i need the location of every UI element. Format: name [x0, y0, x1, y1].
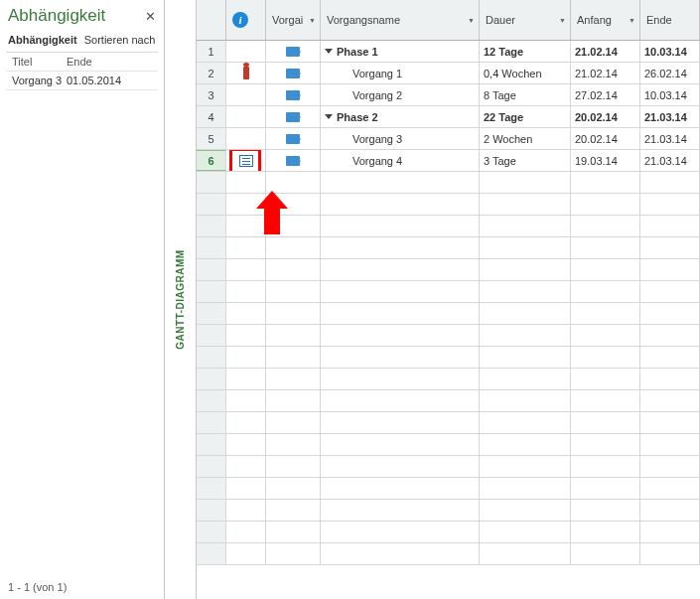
task-name-cell[interactable]: Vorgang 4 — [321, 150, 480, 171]
task-mode-cell[interactable] — [266, 128, 321, 149]
duration-cell[interactable] — [480, 390, 571, 411]
task-mode-cell[interactable] — [266, 172, 321, 193]
duration-cell[interactable]: 8 Tage — [480, 84, 571, 105]
row-number[interactable] — [197, 478, 226, 499]
end-cell[interactable]: 10.03.14 — [640, 41, 700, 62]
task-mode-cell[interactable] — [266, 259, 321, 280]
row-number[interactable] — [197, 172, 226, 193]
table-row[interactable] — [197, 522, 700, 543]
row-number[interactable] — [197, 369, 226, 389]
start-cell[interactable] — [571, 347, 640, 368]
end-cell[interactable] — [640, 325, 700, 346]
notes-indicator[interactable] — [232, 150, 260, 171]
row-number[interactable] — [197, 281, 226, 302]
row-number[interactable]: 5 — [197, 128, 226, 149]
end-cell[interactable] — [640, 172, 700, 193]
task-name-cell[interactable] — [321, 412, 480, 433]
sort-label[interactable]: Sortieren nach — [84, 34, 156, 46]
task-mode-cell[interactable] — [266, 237, 321, 258]
end-cell[interactable] — [640, 259, 700, 280]
end-cell[interactable] — [640, 478, 700, 499]
start-cell[interactable]: 27.02.14 — [571, 84, 640, 105]
col-head-ende[interactable]: Ende — [640, 0, 700, 40]
row-number[interactable] — [197, 543, 226, 564]
task-name-cell[interactable] — [321, 456, 480, 477]
task-name-cell[interactable] — [321, 194, 480, 215]
duration-cell[interactable] — [480, 500, 571, 521]
task-name-cell[interactable] — [321, 369, 480, 389]
duration-cell[interactable] — [480, 434, 571, 455]
task-name-cell[interactable] — [321, 237, 480, 258]
end-cell[interactable] — [640, 281, 700, 302]
task-mode-cell[interactable] — [266, 325, 321, 346]
task-mode-cell[interactable] — [266, 434, 321, 455]
end-cell[interactable] — [640, 216, 700, 236]
table-row[interactable]: 5Vorgang 32 Wochen20.02.1421.03.14 — [197, 128, 700, 150]
row-number[interactable]: 6 — [197, 150, 226, 171]
col-head-anfang[interactable]: Anfang▼ — [571, 0, 640, 40]
task-mode-cell[interactable] — [266, 281, 321, 302]
duration-cell[interactable] — [480, 237, 571, 258]
row-number[interactable] — [197, 500, 226, 521]
task-name-cell[interactable] — [321, 347, 480, 368]
col-head-name[interactable]: Vorgangsname▼ — [321, 0, 480, 40]
task-name-cell[interactable] — [321, 500, 480, 521]
table-row[interactable]: 1Phase 112 Tage21.02.1410.03.14 — [197, 41, 700, 63]
table-row[interactable] — [197, 259, 700, 281]
end-cell[interactable] — [640, 434, 700, 455]
table-row[interactable] — [197, 369, 700, 390]
start-cell[interactable] — [571, 259, 640, 280]
start-cell[interactable] — [571, 456, 640, 477]
table-row[interactable] — [197, 194, 700, 216]
task-name-cell[interactable]: Vorgang 3 — [321, 128, 480, 149]
row-number[interactable] — [197, 259, 226, 280]
start-cell[interactable] — [571, 325, 640, 346]
task-name-cell[interactable]: Vorgang 1 — [321, 63, 480, 83]
duration-cell[interactable] — [480, 194, 571, 215]
row-number[interactable] — [197, 390, 226, 411]
task-name-cell[interactable] — [321, 390, 480, 411]
start-cell[interactable] — [571, 237, 640, 258]
task-mode-cell[interactable] — [266, 347, 321, 368]
collapse-icon[interactable] — [325, 114, 333, 119]
task-mode-cell[interactable] — [266, 412, 321, 433]
row-number[interactable]: 4 — [197, 106, 226, 127]
end-cell[interactable] — [640, 522, 700, 542]
end-cell[interactable] — [640, 412, 700, 433]
table-row[interactable]: 6Vorgang 43 Tage19.03.1421.03.14 — [197, 150, 700, 172]
task-name-cell[interactable] — [321, 543, 480, 564]
table-row[interactable]: 3Vorgang 28 Tage27.02.1410.03.14 — [197, 84, 700, 106]
table-row[interactable] — [197, 478, 700, 500]
row-number[interactable] — [197, 237, 226, 258]
task-mode-cell[interactable] — [266, 63, 321, 83]
end-cell[interactable]: 21.03.14 — [640, 150, 700, 171]
table-row[interactable] — [197, 500, 700, 522]
end-cell[interactable] — [640, 369, 700, 389]
end-cell[interactable] — [640, 543, 700, 564]
duration-cell[interactable]: 12 Tage — [480, 41, 571, 62]
list-item[interactable]: Vorgang 3 01.05.2014 — [6, 72, 158, 90]
duration-cell[interactable]: 3 Tage — [480, 150, 571, 171]
col-head-rownum[interactable] — [197, 0, 226, 40]
duration-cell[interactable] — [480, 347, 571, 368]
row-number[interactable] — [197, 456, 226, 477]
table-row[interactable] — [197, 216, 700, 237]
start-cell[interactable] — [571, 216, 640, 236]
task-mode-cell[interactable] — [266, 522, 321, 542]
end-cell[interactable] — [640, 237, 700, 258]
row-number[interactable] — [197, 216, 226, 236]
task-name-cell[interactable]: Vorgang 2 — [321, 84, 480, 105]
duration-cell[interactable]: 22 Tage — [480, 106, 571, 127]
task-name-cell[interactable] — [321, 281, 480, 302]
task-mode-cell[interactable] — [266, 369, 321, 389]
table-row[interactable] — [197, 390, 700, 412]
task-mode-cell[interactable] — [266, 84, 321, 105]
duration-cell[interactable] — [480, 522, 571, 542]
duration-cell[interactable] — [480, 412, 571, 433]
row-number[interactable] — [197, 434, 226, 455]
table-row[interactable] — [197, 434, 700, 456]
task-name-cell[interactable] — [321, 522, 480, 542]
task-mode-cell[interactable] — [266, 390, 321, 411]
col-head-titel[interactable]: Titel — [12, 56, 67, 68]
table-row[interactable] — [197, 237, 700, 259]
